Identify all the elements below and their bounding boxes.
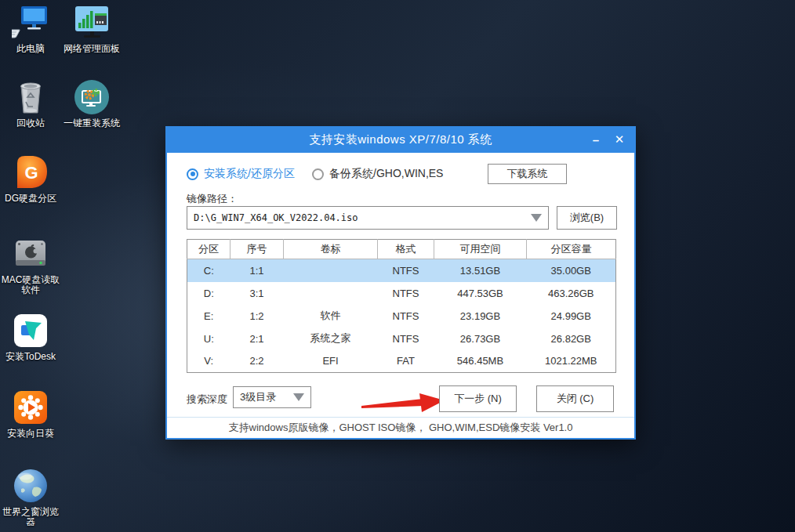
chevron-down-icon <box>293 393 304 401</box>
desktop-icon-install-todesk[interactable]: 安装ToDesk <box>0 312 61 362</box>
cell: 系统之家 <box>284 328 378 350</box>
cell: 13.51GB <box>434 259 527 282</box>
cell: 26.82GB <box>527 328 616 350</box>
close-button[interactable]: 关闭 (C) <box>536 385 614 412</box>
radio-backup-system[interactable]: 备份系统/GHO,WIN,ES <box>312 164 443 184</box>
cell: 23.19GB <box>434 305 527 328</box>
desktop-icon-label: MAC硬盘读取软件 <box>0 275 61 295</box>
todesk-icon <box>12 312 49 349</box>
cell: E: <box>187 305 231 328</box>
desktop-icon-label: 网络管理面板 <box>64 44 120 54</box>
desktop-icon-network-panel[interactable]: 网络管理面板 <box>61 4 122 54</box>
partition-row-c[interactable]: C: 1:1 NTFS 13.51GB 35.00GB <box>187 259 616 282</box>
desktop-icon-label: 安装ToDesk <box>5 352 56 362</box>
search-depth-value: 3级目录 <box>240 390 276 404</box>
dialog-titlebar[interactable]: 支持安装windows XP/7/8/10 系统 – ✕ <box>165 126 636 153</box>
cell <box>284 259 378 282</box>
column-header[interactable]: 卷标 <box>284 240 378 259</box>
footer-text: 支持windows原版镜像，GHOST ISO镜像， GHO,WIM,ESD镜像… <box>229 421 573 435</box>
cell: U: <box>187 328 231 350</box>
column-header[interactable]: 分区容量 <box>527 240 616 259</box>
next-button[interactable]: 下一步 (N) <box>439 385 517 412</box>
radio-selected-icon <box>187 168 198 180</box>
cell: 35.00GB <box>527 259 616 282</box>
cell: 26.73GB <box>434 328 527 350</box>
browse-button[interactable]: 浏览(B) <box>557 206 617 230</box>
desktop-icon-label: 安装向日葵 <box>7 429 54 439</box>
red-arrow-annotation <box>360 389 446 414</box>
desktop-icon-label: 世界之窗浏览器 <box>0 507 61 527</box>
column-header[interactable]: 分区 <box>187 240 231 259</box>
minimize-icon[interactable]: – <box>584 126 608 153</box>
globe-icon <box>12 467 49 505</box>
network-panel-icon <box>73 4 111 42</box>
cell: 2:2 <box>231 350 284 373</box>
desktop-icon-this-pc[interactable]: 此电脑 <box>0 4 61 54</box>
cell: 463.26GB <box>527 282 616 305</box>
desktop: 此电脑 网络管理面板 <box>0 0 795 532</box>
cell: 1:1 <box>231 259 284 282</box>
radio-unselected-icon <box>312 168 324 180</box>
reinstall-system-icon <box>73 78 111 116</box>
cell: C: <box>187 259 231 282</box>
cell: 1021.22MB <box>527 350 616 373</box>
computer-icon <box>12 4 49 42</box>
desktop-icon-label: 一键重装系统 <box>64 118 120 128</box>
install-dialog: 支持安装windows XP/7/8/10 系统 – ✕ 安装系统/还原分区 备… <box>165 126 636 440</box>
cell: D: <box>187 282 231 305</box>
desktop-icon-dg-partition[interactable]: G DG硬盘分区 <box>0 154 61 204</box>
cell: NTFS <box>378 328 434 350</box>
cell: 软件 <box>284 305 378 328</box>
search-depth-label: 搜索深度 <box>187 393 227 407</box>
cell: NTFS <box>378 282 434 305</box>
column-header[interactable]: 序号 <box>231 240 284 259</box>
cell: EFI <box>284 350 378 373</box>
desktop-icon-world-window-browser[interactable]: 世界之窗浏览器 <box>0 467 61 527</box>
dialog-footer: 支持windows原版镜像，GHOST ISO镜像， GHO,WIM,ESD镜像… <box>167 417 634 438</box>
radio-install-label: 安装系统/还原分区 <box>204 167 295 181</box>
cell: V: <box>187 350 231 373</box>
svg-text:G: G <box>24 163 38 183</box>
search-depth-dropdown[interactable]: 3级目录 <box>233 386 311 408</box>
desktop-icon-one-key-reinstall[interactable]: 一键重装系统 <box>61 78 122 128</box>
cell: 447.53GB <box>434 282 527 305</box>
desktop-icon-label: 此电脑 <box>16 44 45 54</box>
chevron-down-icon[interactable] <box>531 214 542 222</box>
partition-table: 分区 序号 卷标 格式 可用空间 分区容量 C: 1:1 NTFS 13.51G… <box>187 239 616 373</box>
desktop-icon-label: 回收站 <box>16 118 45 128</box>
column-header[interactable]: 格式 <box>378 240 434 259</box>
radio-backup-label: 备份系统/GHO,WIN,ES <box>329 167 443 181</box>
image-path-value: D:\G_WIN7_X64_OK_V2022.04.iso <box>194 212 358 223</box>
desktop-icon-label: DG硬盘分区 <box>5 194 56 204</box>
diskgenius-icon: G <box>12 154 49 191</box>
cell: 1:2 <box>231 305 284 328</box>
desktop-icon-mac-disk-reader[interactable]: MAC硬盘读取软件 <box>0 235 61 295</box>
recycle-bin-icon <box>12 78 49 116</box>
cell: 546.45MB <box>434 350 527 373</box>
desktop-icon-recycle-bin[interactable]: 回收站 <box>0 78 61 128</box>
cell: NTFS <box>378 305 434 328</box>
column-header[interactable]: 可用空间 <box>434 240 527 259</box>
partition-row-e[interactable]: E: 1:2 软件 NTFS 23.19GB 24.99GB <box>187 305 616 328</box>
cell: 24.99GB <box>527 305 616 328</box>
mac-drive-icon <box>12 235 49 273</box>
radio-install-system[interactable]: 安装系统/还原分区 <box>187 164 295 184</box>
cell: 2:1 <box>231 328 284 350</box>
image-path-label: 镜像路径： <box>187 192 238 206</box>
partition-row-d[interactable]: D: 3:1 NTFS 447.53GB 463.26GB <box>187 282 616 305</box>
desktop-icon-install-sunflower[interactable]: 安装向日葵 <box>0 389 61 439</box>
cell: NTFS <box>378 259 434 282</box>
cell: FAT <box>378 350 434 373</box>
partition-table-header: 分区 序号 卷标 格式 可用空间 分区容量 <box>187 240 616 259</box>
partition-row-v[interactable]: V: 2:2 EFI FAT 546.45MB 1021.22MB <box>187 350 616 373</box>
partition-row-u[interactable]: U: 2:1 系统之家 NTFS 26.73GB 26.82GB <box>187 328 616 350</box>
cell: 3:1 <box>231 282 284 305</box>
download-system-button[interactable]: 下载系统 <box>488 164 567 184</box>
image-path-input[interactable]: D:\G_WIN7_X64_OK_V2022.04.iso <box>187 206 549 230</box>
dialog-title: 支持安装windows XP/7/8/10 系统 <box>309 132 492 147</box>
sunflower-icon <box>12 389 49 426</box>
close-icon[interactable]: ✕ <box>608 126 631 153</box>
cell <box>284 282 378 305</box>
